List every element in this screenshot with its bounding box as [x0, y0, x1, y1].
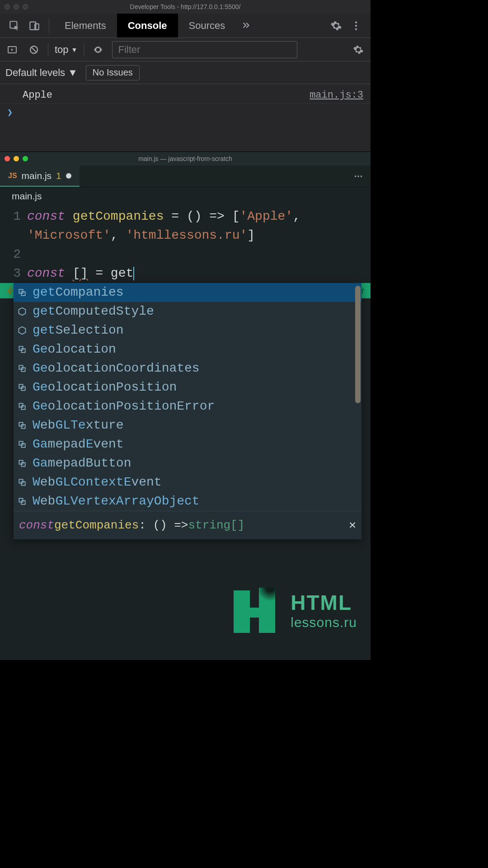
chevron-down-icon: ▼ — [71, 46, 78, 53]
console-toolbar-secondary: Default levels ▼ No Issues — [0, 61, 371, 84]
file-name: main.js — [22, 170, 52, 181]
devtools-tabbar: Elements Console Sources — [0, 14, 371, 38]
autocomplete-item[interactable]: WebGLTexture — [14, 416, 361, 435]
console-settings-icon[interactable] — [351, 42, 366, 57]
chevron-down-icon: ▼ — [68, 67, 78, 79]
divider — [84, 43, 84, 56]
divider — [48, 43, 48, 56]
zoom-window-icon[interactable] — [23, 4, 28, 9]
breadcrumb-item: main.js — [12, 191, 42, 202]
context-label: top — [55, 44, 69, 56]
autocomplete-item[interactable]: GeolocationCoordinates — [14, 359, 361, 378]
autocomplete-item[interactable]: getCompanies — [14, 283, 361, 302]
scrollbar[interactable] — [355, 286, 361, 403]
symbol-icon — [16, 402, 28, 411]
autocomplete-item[interactable]: getSelection — [14, 321, 361, 340]
live-expression-icon[interactable] — [90, 42, 106, 57]
devtools-titlebar: Developer Tools - http://127.0.0.1:5500/ — [0, 0, 371, 14]
autocomplete-item[interactable]: WebGLContextEvent — [14, 473, 361, 492]
logo-text: HTML lessons.ru — [291, 590, 357, 630]
code-editor[interactable]: 1 const getCompanies = () => ['Apple', '… — [0, 205, 371, 283]
svg-point-10 — [361, 175, 362, 177]
autocomplete-list[interactable]: getCompaniesgetComputedStylegetSelection… — [14, 283, 361, 511]
filter-input[interactable] — [112, 41, 297, 58]
code-line — [27, 245, 35, 264]
symbol-icon — [16, 383, 28, 392]
devtools-window: Developer Tools - http://127.0.0.1:5500/… — [0, 0, 371, 152]
line-number: 1 — [0, 207, 27, 226]
zoom-window-icon[interactable] — [23, 156, 28, 161]
module-icon — [16, 307, 28, 316]
symbol-icon — [16, 478, 28, 487]
watermark-logo: HTML lessons.ru — [234, 588, 357, 633]
log-source-link[interactable]: main.js:3 — [310, 90, 363, 101]
autocomplete-item[interactable]: WebGLVertexArrayObject — [14, 492, 361, 511]
tab-console[interactable]: Console — [117, 14, 178, 38]
editor-tabbar: JS main.js 1 — [0, 165, 371, 187]
close-window-icon[interactable] — [5, 4, 10, 9]
editor-window: main.js — javascript-from-scratch JS mai… — [0, 152, 371, 660]
context-selector[interactable]: top ▼ — [55, 44, 77, 56]
line-number: 2 — [0, 245, 27, 264]
autocomplete-item[interactable]: getComputedStyle — [14, 302, 361, 321]
line-number: 3 — [0, 264, 27, 283]
text-cursor-icon — [133, 267, 134, 280]
modified-indicator-icon — [66, 173, 71, 179]
editor-more-actions-icon[interactable] — [346, 165, 371, 187]
svg-point-4 — [355, 24, 357, 26]
console-toolbar: top ▼ — [0, 38, 371, 61]
file-lang-badge: JS — [8, 172, 17, 180]
autocomplete-item[interactable]: GamepadEvent — [14, 435, 361, 454]
autocomplete-item[interactable]: GamepadButton — [14, 454, 361, 473]
logo-icon — [234, 588, 283, 633]
divider — [49, 19, 49, 33]
window-traffic-lights — [5, 4, 28, 9]
kebab-menu-icon[interactable] — [346, 16, 366, 36]
code-line: const getCompanies = () => ['Apple', — [27, 207, 308, 226]
symbol-icon — [16, 459, 28, 468]
svg-point-8 — [355, 175, 357, 177]
svg-point-9 — [357, 175, 359, 177]
symbol-icon — [16, 288, 28, 297]
issues-button[interactable]: No Issues — [86, 65, 140, 80]
code-line: const [] = get — [27, 264, 134, 283]
symbol-icon — [16, 497, 28, 506]
device-toggle-icon[interactable] — [24, 16, 44, 36]
symbol-icon — [16, 421, 28, 430]
autocomplete-popup: getCompaniesgetComputedStylegetSelection… — [14, 283, 361, 539]
symbol-icon — [16, 440, 28, 449]
symbol-icon — [16, 345, 28, 354]
console-log-area: Apple main.js:3 ❯ — [0, 84, 371, 151]
breadcrumb[interactable]: main.js — [0, 187, 371, 205]
editor-tab-mainjs[interactable]: JS main.js 1 — [0, 165, 80, 187]
tab-sources[interactable]: Sources — [178, 14, 236, 38]
tab-elements[interactable]: Elements — [54, 14, 117, 38]
editor-titlebar: main.js — javascript-from-scratch — [0, 152, 371, 165]
log-levels-selector[interactable]: Default levels ▼ — [5, 67, 78, 79]
devtools-title: Developer Tools - http://127.0.0.1:5500/ — [130, 3, 241, 10]
module-icon — [16, 326, 28, 335]
autocomplete-item[interactable]: GeolocationPosition — [14, 378, 361, 397]
log-levels-label: Default levels — [5, 67, 65, 79]
minimize-window-icon[interactable] — [14, 156, 19, 161]
inspect-element-icon[interactable] — [5, 16, 24, 36]
toggle-sidebar-icon[interactable] — [5, 42, 20, 57]
svg-point-5 — [355, 28, 357, 30]
minimize-window-icon[interactable] — [14, 4, 19, 9]
code-line: 'Microsoft', 'htmllessons.ru'] — [27, 226, 255, 245]
autocomplete-item[interactable]: GeolocationPositionError — [14, 397, 361, 416]
settings-icon[interactable] — [326, 16, 346, 36]
signature-hint: const getCompanies: () => string[] ✕ — [14, 511, 361, 539]
window-traffic-lights — [5, 156, 28, 161]
clear-console-icon[interactable] — [26, 42, 42, 57]
symbol-icon — [16, 364, 28, 373]
autocomplete-item[interactable]: Geolocation — [14, 340, 361, 359]
more-tabs-icon[interactable] — [236, 16, 256, 36]
line-number — [0, 226, 27, 245]
close-hint-icon[interactable]: ✕ — [349, 516, 356, 535]
close-window-icon[interactable] — [5, 156, 10, 161]
problem-count: 1 — [56, 170, 61, 181]
console-prompt-icon[interactable]: ❯ — [0, 104, 371, 121]
editor-title: main.js — javascript-from-scratch — [138, 155, 232, 162]
log-message: Apple — [23, 90, 52, 101]
